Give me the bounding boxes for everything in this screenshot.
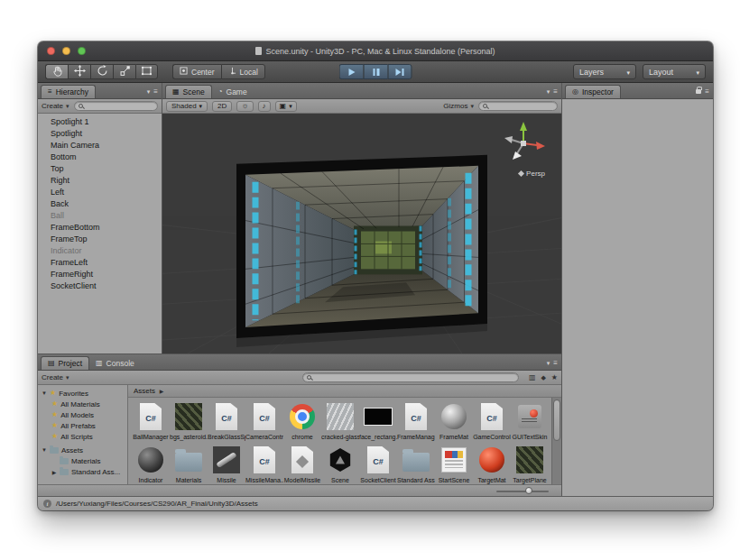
asset-thumbnail [437, 444, 471, 476]
play-button[interactable] [339, 64, 364, 79]
assets-root[interactable]: Assets [38, 445, 127, 455]
asset-item[interactable]: chrome [283, 400, 321, 444]
hierarchy-item[interactable]: Ball [38, 210, 162, 222]
scene-viewport[interactable]: Persp [162, 114, 561, 353]
hierarchy-item[interactable]: Left [38, 187, 162, 198]
tab-inspector[interactable]: ◎ Inspector [565, 85, 621, 98]
asset-item[interactable]: cracked-glass [321, 400, 359, 444]
asset-item[interactable]: TargetMat [473, 444, 511, 484]
favorites-item[interactable]: All Scripts [38, 431, 127, 442]
project-search-input[interactable] [302, 372, 519, 382]
asset-item[interactable]: ModelMissile [283, 444, 321, 484]
asset-folder-item[interactable]: Materials [38, 455, 127, 466]
thumbnail-zoom-slider[interactable] [496, 491, 549, 492]
chevron-down-icon [547, 359, 550, 367]
scrollbar-thumb[interactable] [553, 399, 560, 441]
favorites-item[interactable]: All Materials [38, 399, 127, 409]
project-panel-menu[interactable] [547, 359, 558, 367]
asset-item[interactable]: FrameMat [435, 400, 473, 444]
hierarchy-create-button[interactable]: Create [42, 102, 69, 110]
asset-grid-scrollbar[interactable] [551, 398, 561, 484]
move-tool-button[interactable] [68, 64, 90, 79]
pan-tool-button[interactable] [45, 64, 68, 79]
draw-mode-dropdown[interactable]: Shaded [166, 101, 208, 112]
breadcrumb[interactable]: Assets [128, 385, 561, 398]
project-create-button[interactable]: Create [42, 373, 69, 381]
hierarchy-item[interactable]: FrameBottom [38, 222, 162, 234]
favorites-item[interactable]: All Prefabs [38, 420, 127, 431]
layers-dropdown[interactable]: Layers [573, 64, 636, 79]
asset-item[interactable]: StartScene [435, 444, 473, 484]
close-window-button[interactable] [47, 47, 55, 55]
hierarchy-item[interactable]: Right [38, 175, 162, 187]
thumbnail-zoom-knob[interactable] [525, 487, 532, 494]
effects-dropdown[interactable] [275, 101, 297, 112]
hierarchy-item[interactable]: Main Camera [38, 140, 162, 151]
asset-item[interactable]: face_rectang... [359, 400, 397, 444]
layout-dropdown[interactable]: Layout [643, 64, 706, 79]
asset-item[interactable]: SocketClient [359, 444, 397, 484]
hierarchy-item[interactable]: Spotlight [38, 128, 162, 140]
gizmos-dropdown[interactable]: Gizmos [443, 102, 474, 110]
info-icon[interactable] [43, 500, 51, 508]
2d-toggle[interactable]: 2D [212, 101, 232, 112]
audio-toggle[interactable] [258, 101, 271, 112]
rotate-tool-button[interactable] [90, 64, 113, 79]
disclosure-open-icon[interactable] [42, 390, 47, 396]
hierarchy-item[interactable]: FrameRight [38, 269, 162, 280]
tab-console[interactable]: ▥ Console [89, 356, 141, 370]
scene-search-input[interactable] [478, 101, 558, 111]
scale-tool-button[interactable] [113, 64, 135, 79]
hierarchy-item[interactable]: Top [38, 163, 162, 175]
scene-orientation-gizmo[interactable] [498, 118, 549, 169]
inspector-panel-menu[interactable] [696, 87, 709, 96]
asset-item[interactable]: Scene [321, 444, 359, 484]
scene-panel-menu[interactable] [547, 87, 558, 96]
minimize-window-button[interactable] [62, 47, 70, 55]
asset-item[interactable]: TargetPlane [511, 444, 549, 484]
hierarchy-item[interactable]: FrameLeft [38, 257, 162, 269]
favorite-icon[interactable] [551, 373, 558, 381]
tab-project[interactable]: ▤ Project [41, 356, 89, 370]
asset-item[interactable]: MissileMana... [245, 444, 283, 484]
label-icon[interactable] [541, 373, 545, 381]
asset-item[interactable]: GameControl [473, 400, 511, 444]
asset-folder-label: Standard Ass... [71, 468, 120, 476]
column-view-icon[interactable] [529, 373, 536, 381]
favorites-root[interactable]: Favorites [38, 388, 127, 399]
asset-item[interactable]: Missile [208, 444, 245, 484]
asset-item[interactable]: BreakGlassSp... [208, 400, 245, 444]
tab-game[interactable]: ◔ Game [212, 85, 254, 98]
tab-scene[interactable]: ▦ Scene [165, 85, 212, 98]
asset-item[interactable]: CameraContr... [245, 400, 283, 444]
disclosure-open-icon[interactable] [42, 447, 47, 453]
favorites-item[interactable]: All Models [38, 409, 127, 420]
asset-folder-item[interactable]: Standard Ass... [38, 466, 127, 477]
hierarchy-item[interactable]: Spotlight 1 [38, 116, 162, 128]
asset-item[interactable]: bgs_asteroid... [170, 400, 208, 444]
disclosure-closed-icon[interactable] [51, 469, 57, 475]
asset-item[interactable]: Materials [170, 444, 208, 484]
hierarchy-item[interactable]: Back [38, 198, 162, 210]
asset-item[interactable]: Indicator [132, 444, 170, 484]
hierarchy-item[interactable]: Indicator [38, 245, 162, 257]
hierarchy-item[interactable]: FrameTop [38, 234, 162, 245]
pivot-center-button[interactable]: Center [172, 64, 221, 79]
pause-button[interactable] [364, 64, 388, 79]
hierarchy-search-input[interactable] [74, 101, 158, 111]
tab-hierarchy[interactable]: ≡ Hierarchy [41, 85, 96, 98]
hierarchy-panel-menu[interactable] [147, 87, 158, 96]
asset-item[interactable]: BallManager [132, 400, 170, 444]
hierarchy-item[interactable]: SocketClient [38, 280, 162, 292]
asset-item[interactable]: Standard Ass... [397, 444, 435, 484]
asset-item[interactable]: FrameManag... [397, 400, 435, 444]
rect-tool-button[interactable] [135, 64, 158, 79]
pivot-local-button[interactable]: Local [221, 64, 265, 79]
lock-icon[interactable] [696, 89, 701, 94]
step-button[interactable] [388, 64, 412, 79]
lighting-toggle[interactable] [236, 101, 253, 112]
asset-item[interactable]: GUITextSkin [511, 400, 549, 444]
perspective-toggle[interactable]: Persp [519, 170, 545, 178]
zoom-window-button[interactable] [78, 47, 86, 55]
hierarchy-item[interactable]: Bottom [38, 151, 162, 163]
